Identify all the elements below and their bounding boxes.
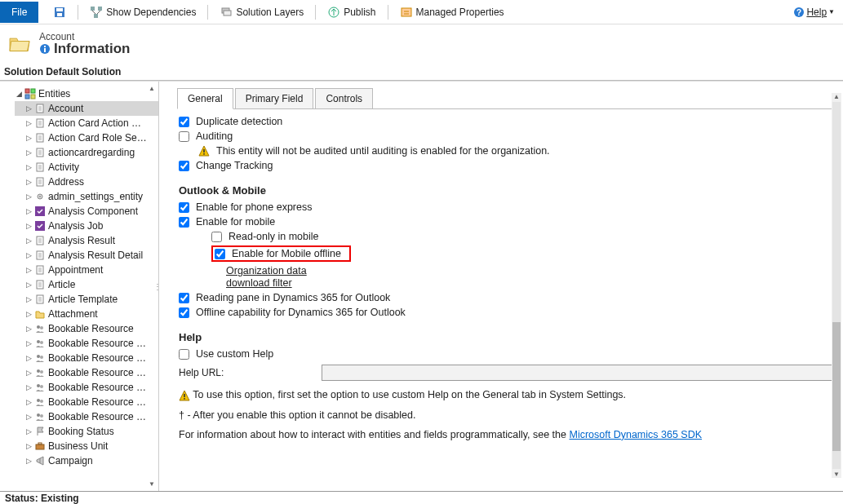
expand-icon[interactable]: ▷ [26,442,34,450]
phone-express-checkbox[interactable] [179,202,189,213]
expand-icon[interactable]: ▷ [26,325,34,333]
solution-layers-button[interactable]: Solution Layers [213,3,310,21]
tree-item-label: Attachment [48,308,98,320]
expand-icon[interactable]: ▷ [26,383,34,391]
managed-properties-button[interactable]: Managed Properties [393,3,511,21]
mobile-offline-checkbox[interactable] [215,249,225,259]
tree-item-action-card-role-se-[interactable]: ▷Action Card Role Se… [15,130,158,145]
scroll-up-icon[interactable]: ▲ [833,93,840,100]
tree-item-analysis-result-detail[interactable]: ▷Analysis Result Detail [15,248,158,263]
tree-item-appointment[interactable]: ▷Appointment [15,263,158,277]
tree-root-label: Entities [38,88,70,99]
page-header: Account Information [0,24,843,64]
tree-item-analysis-component[interactable]: ▷Analysis Component [15,204,158,219]
tree-item-bookable-resource-[interactable]: ▷Bookable Resource … [15,365,158,380]
tree-item-label: Action Card Action … [48,117,141,129]
tree-item-bookable-resource-[interactable]: ▷Bookable Resource … [15,351,158,365]
scroll-up-icon[interactable]: ▲ [149,85,155,92]
resize-handle[interactable]: ⋮ [153,282,159,291]
offline-outlook-checkbox[interactable] [179,307,189,318]
help-url-input[interactable] [322,365,835,381]
tree-item-bookable-resource-[interactable]: ▷Bookable Resource … [15,336,158,351]
tree-item-attachment[interactable]: ▷Attachment [15,307,158,321]
tree-item-account[interactable]: ▷Account [15,101,158,116]
collapse-icon[interactable]: ◢ [16,90,24,98]
expand-icon[interactable]: ▷ [26,413,34,421]
expand-icon[interactable]: ▷ [26,339,34,347]
expand-icon[interactable]: ▷ [26,134,34,142]
change-tracking-checkbox[interactable] [179,161,189,171]
tree-item-bookable-resource-[interactable]: ▷Bookable Resource … [15,380,158,395]
expand-icon[interactable]: ▷ [26,104,34,113]
svg-point-35 [40,326,43,329]
expand-icon[interactable]: ▷ [26,251,34,259]
expand-icon[interactable]: ▷ [26,266,34,274]
scrollbar-track[interactable] [832,102,841,469]
tree-item-campaign[interactable]: ▷Campaign [15,453,158,468]
expand-icon[interactable]: ▷ [26,369,34,377]
sdk-link[interactable]: Microsoft Dynamics 365 SDK [569,429,702,440]
auditing-checkbox[interactable] [179,131,189,142]
save-icon[interactable] [47,3,73,21]
enable-mobile-checkbox[interactable] [179,217,189,228]
entity-tree[interactable]: ▲ ◢ Entities ▷Account▷Action Card Action… [0,82,159,491]
expand-icon[interactable]: ▷ [26,178,34,186]
separator [207,5,208,20]
tab-controls[interactable]: Controls [315,88,373,108]
use-custom-help-checkbox[interactable] [179,349,189,360]
expand-icon[interactable]: ▷ [26,427,34,435]
tree-item-analysis-job[interactable]: ▷Analysis Job [15,219,158,233]
expand-icon[interactable]: ▷ [26,207,34,215]
expand-icon[interactable]: ▷ [26,398,34,406]
expand-icon[interactable]: ▷ [26,310,34,318]
tree-item-admin-settings-entity[interactable]: ▷admin_settings_entity [15,189,158,204]
readonly-mobile-checkbox[interactable] [211,232,222,242]
scroll-down-icon[interactable]: ▼ [149,480,155,488]
duplicate-detection-checkbox[interactable] [179,117,189,127]
scroll-down-icon[interactable]: ▼ [833,471,840,478]
help-menu[interactable]: ? Help ▼ [785,4,843,20]
tree-item-label: Bookable Resource … [48,411,146,422]
expand-icon[interactable]: ▷ [26,281,34,289]
change-tracking-label: Change Tracking [196,160,273,171]
tree-item-bookable-resource[interactable]: ▷Bookable Resource [15,321,158,336]
expand-icon[interactable]: ▷ [26,222,34,230]
expand-icon[interactable]: ▷ [26,163,34,171]
expand-icon[interactable]: ▷ [26,354,34,362]
tree-item-analysis-result[interactable]: ▷Analysis Result [15,233,158,248]
tree-item-bookable-resource-[interactable]: ▷Bookable Resource … [15,395,158,409]
expand-icon[interactable]: ▷ [26,119,34,127]
tree-item-actioncardregarding[interactable]: ▷actioncardregarding [15,145,158,160]
org-data-filter-link-2[interactable]: download filter [226,277,292,289]
publish-button[interactable]: Publish [321,3,382,21]
section-outlook-mobile: Outlook & Mobile [179,184,835,197]
vertical-scrollbar[interactable]: ▲ ▼ [832,93,841,478]
entity-icon [34,382,46,393]
svg-rect-3 [91,7,95,11]
expand-icon[interactable]: ▷ [26,148,34,157]
reading-pane-checkbox[interactable] [179,293,189,303]
tree-item-bookable-resource-[interactable]: ▷Bookable Resource … [15,409,158,424]
help-label: Help [806,7,827,18]
tree-item-business-unit[interactable]: ▷Business Unit [15,439,158,453]
tab-general[interactable]: General [177,88,233,109]
tree-item-article[interactable]: ▷Article [15,277,158,292]
tree-item-address[interactable]: ▷Address [15,175,158,189]
expand-icon[interactable]: ▷ [26,457,34,465]
svg-point-45 [40,400,43,403]
tree-item-article-template[interactable]: ▷Article Template [15,292,158,307]
svg-rect-17 [25,95,29,99]
tab-primary-field[interactable]: Primary Field [235,88,314,108]
scrollbar-thumb[interactable] [832,322,841,451]
tree-item-booking-status[interactable]: ▷Booking Status [15,424,158,439]
tree-item-activity[interactable]: ▷Activity [15,160,158,175]
file-menu[interactable]: File [0,2,38,23]
tree-item-label: Booking Status [48,426,114,437]
expand-icon[interactable]: ▷ [26,295,34,303]
org-data-filter-link[interactable]: Organization data [226,265,307,276]
tree-root-entities[interactable]: ◢ Entities [15,86,158,101]
expand-icon[interactable]: ▷ [26,237,34,245]
show-dependencies-button[interactable]: Show Dependencies [83,3,202,21]
expand-icon[interactable]: ▷ [26,192,34,201]
tree-item-action-card-action-[interactable]: ▷Action Card Action … [15,116,158,130]
